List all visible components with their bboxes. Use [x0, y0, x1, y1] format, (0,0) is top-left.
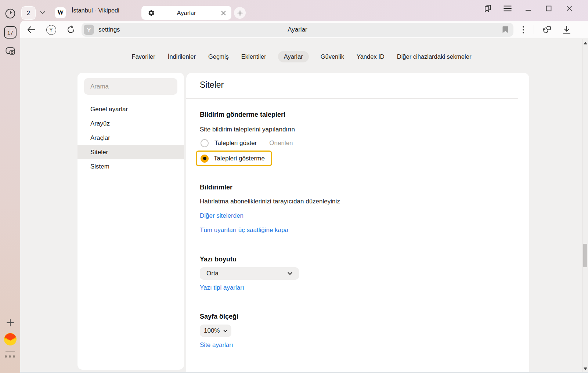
nav-indirilenler[interactable]: İndirilenler — [167, 51, 196, 62]
search-input[interactable] — [84, 78, 177, 95]
font-size-value: Orta — [206, 270, 219, 277]
side-rail: 17 — [0, 0, 20, 373]
history-button[interactable] — [4, 7, 17, 20]
bookmark-button[interactable] — [502, 26, 508, 33]
toolbar-divider — [534, 25, 534, 34]
sidebar-item-siteler[interactable]: Siteler — [77, 145, 184, 159]
back-arrow-icon — [27, 26, 36, 33]
scroll-up-arrow[interactable] — [584, 42, 587, 44]
active-tab-title: Ayarlar — [141, 6, 231, 20]
rail-divider — [6, 351, 15, 352]
link-other-sites[interactable]: Diğer sitelerden — [200, 212, 244, 220]
home-button[interactable]: Y — [43, 22, 59, 37]
menu-button[interactable] — [502, 3, 513, 14]
notifications-description: Hatırlatma aboneliklerinizi tarayıcıdan … — [200, 198, 340, 205]
radio-selected-icon[interactable] — [201, 155, 209, 163]
address-bar[interactable]: Y settings Ayarlar — [82, 23, 513, 37]
site-favicon: Y — [84, 25, 94, 35]
chevron-down-icon — [223, 330, 227, 332]
tab-counter-button[interactable]: 2 — [21, 6, 36, 20]
yandex-mail-icon — [4, 333, 17, 346]
nav-guvenlik[interactable]: Güvenlik — [320, 51, 345, 62]
minimize-icon — [525, 6, 531, 11]
scroll-down-arrow[interactable] — [584, 367, 587, 370]
screenshot-icon — [5, 45, 16, 56]
nav-gecmis[interactable]: Geçmiş — [208, 51, 230, 62]
clock-icon — [5, 8, 16, 19]
notification-requests-description: Site bildirim taleplerini yapılandırın — [200, 126, 295, 133]
yandex-mail-button[interactable] — [4, 333, 17, 346]
reload-icon — [66, 25, 75, 34]
sidebar-item-sistem[interactable]: Sistem — [77, 159, 184, 174]
wikipedia-favicon: W — [55, 7, 66, 18]
settings-search[interactable] — [84, 78, 177, 95]
nav-eklentiler[interactable]: Eklentiler — [241, 51, 267, 62]
extensions-button[interactable] — [539, 22, 555, 37]
radio-option-show[interactable]: Talepleri göster Önerilen — [201, 139, 293, 147]
minimize-button[interactable] — [523, 3, 534, 14]
notification-requests-heading: Bildirim gönderme talepleri — [200, 111, 285, 119]
close-icon — [221, 11, 226, 15]
scrollbar-thumb[interactable] — [583, 244, 587, 267]
kebab-menu-icon — [522, 26, 524, 34]
new-tab-button[interactable] — [234, 7, 246, 19]
radio-show-label: Talepleri göster — [214, 140, 257, 147]
chevron-down-icon — [288, 272, 292, 275]
add-panel-button[interactable] — [4, 316, 17, 329]
panel-title: Siteler — [200, 80, 224, 90]
maximize-button[interactable] — [543, 3, 554, 14]
siteler-panel: Siteler Bildirim gönderme talepleri Site… — [186, 73, 529, 372]
tab-strip: 2 W İstanbul - Vikipedi Ayarlar — [20, 0, 588, 21]
rail-more-button[interactable] — [5, 355, 15, 358]
radio-hide-label: Talepleri gösterme — [214, 155, 265, 162]
hamburger-icon — [504, 6, 512, 11]
link-site-settings[interactable]: Site ayarları — [200, 341, 233, 349]
yandex-home-icon: Y — [46, 25, 56, 35]
bookmarks-icon — [483, 4, 492, 13]
tab-ayarlar[interactable]: Ayarlar — [141, 6, 231, 20]
nav-ayarlar[interactable]: Ayarlar — [278, 51, 309, 62]
nav-favoriler[interactable]: Favoriler — [131, 51, 156, 62]
link-font-settings[interactable]: Yazı tipi ayarları — [200, 284, 244, 291]
url-text: settings — [98, 23, 120, 37]
settings-page: Favoriler İndirilenler Geçmiş Eklentiler… — [20, 39, 588, 373]
nav-diger-cihazlar[interactable]: Diğer cihazlardaki sekmeler — [396, 51, 472, 62]
tab-count-button[interactable]: 17 — [4, 26, 17, 39]
settings-top-nav: Favoriler İndirilenler Geçmiş Eklentiler… — [20, 49, 583, 64]
page-scale-heading: Sayfa ölçeği — [200, 313, 238, 321]
radio-option-hide-highlighted[interactable]: Talepleri gösterme — [196, 151, 272, 166]
close-window-button[interactable] — [564, 3, 575, 14]
page-title: Ayarlar — [82, 23, 513, 37]
extensions-icon — [542, 25, 552, 35]
tab-istanbul-vikipedi[interactable]: İstanbul - Vikipedi — [72, 0, 119, 21]
bookmarks-panel-button[interactable] — [482, 3, 493, 14]
reload-button[interactable] — [63, 22, 79, 37]
chevron-down-icon — [40, 11, 45, 14]
tab-list-button[interactable] — [36, 6, 50, 19]
sidebar-item-arayuz[interactable]: Arayüz — [77, 116, 184, 131]
more-options-button[interactable] — [516, 22, 531, 37]
screenshot-button[interactable] — [4, 44, 17, 57]
plus-icon — [6, 319, 14, 327]
downloads-button[interactable] — [559, 22, 575, 37]
scrollbar[interactable] — [582, 39, 588, 373]
sidebar-item-genel-ayarlar[interactable]: Genel ayarlar — [77, 102, 184, 116]
bookmark-icon — [502, 26, 508, 33]
radio-unselected-icon[interactable] — [201, 139, 209, 147]
browser-window: 17 2 — [0, 0, 588, 373]
divider — [186, 98, 518, 99]
tab-close-button[interactable] — [219, 8, 228, 17]
font-size-select[interactable]: Orta — [200, 267, 299, 280]
tab-count-badge: 17 — [4, 26, 17, 39]
maximize-icon — [546, 6, 552, 11]
font-size-heading: Yazı boyutu — [200, 256, 237, 263]
page-scale-select[interactable]: 100% — [200, 325, 231, 337]
toolbar: Y Y settings Ayarlar — [20, 21, 588, 39]
plus-icon — [237, 10, 243, 16]
back-button[interactable] — [23, 22, 39, 37]
nav-yandex-id[interactable]: Yandex ID — [356, 51, 385, 62]
close-icon — [566, 6, 572, 11]
recommended-badge: Önerilen — [269, 140, 293, 147]
link-mute-all[interactable]: Tüm uyarıları üç saatliğine kapa — [200, 227, 288, 234]
sidebar-item-araclar[interactable]: Araçlar — [77, 131, 184, 145]
